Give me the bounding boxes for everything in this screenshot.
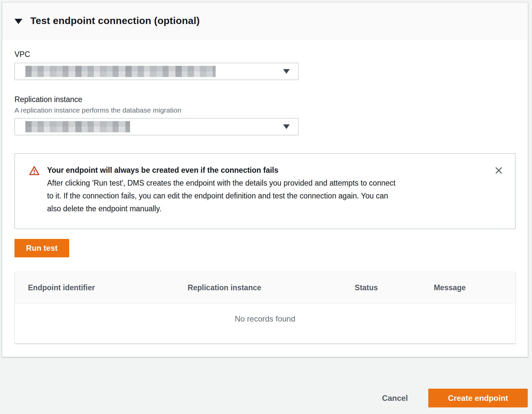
column-header-replication-instance: Replication instance (174, 283, 342, 292)
warning-alert-body-line: to it. If the connection fails, you can … (47, 190, 485, 202)
replication-instance-label: Replication instance (14, 95, 516, 104)
warning-triangle-icon (29, 165, 40, 178)
replication-instance-select[interactable] (14, 118, 299, 135)
collapse-triangle-icon (14, 19, 22, 24)
warning-alert: Your endpoint will always be created eve… (14, 153, 516, 229)
form-footer-actions: Cancel Create endpoint (382, 389, 528, 407)
column-header-endpoint-identifier: Endpoint identifier (15, 283, 174, 292)
column-header-message: Message (421, 283, 515, 292)
cancel-button[interactable]: Cancel (382, 394, 408, 403)
warning-alert-title: Your endpoint will always be created eve… (47, 164, 485, 177)
run-test-button[interactable]: Run test (14, 239, 69, 257)
chevron-down-icon (283, 124, 290, 129)
close-icon[interactable] (493, 165, 505, 176)
section-body: VPC Replication instance A replication i… (2, 39, 528, 357)
create-endpoint-button[interactable]: Create endpoint (428, 389, 528, 407)
warning-alert-text: Your endpoint will always be created eve… (47, 164, 485, 215)
table-header-row: Endpoint identifier Replication instance… (15, 272, 515, 304)
vpc-select[interactable] (14, 63, 299, 80)
table-empty-state: No records found (15, 304, 515, 343)
replication-instance-redacted-value (25, 121, 130, 132)
vpc-label: VPC (14, 50, 516, 59)
section-header-test-endpoint-connection[interactable]: Test endpoint connection (optional) (2, 3, 528, 39)
chevron-down-icon (283, 69, 290, 74)
replication-instance-description: A replication instance performs the data… (14, 106, 516, 114)
warning-alert-body-line: also delete the endpoint manually. (47, 202, 485, 215)
vpc-field: VPC (14, 50, 516, 80)
test-endpoint-connection-panel: Test endpoint connection (optional) VPC … (2, 2, 528, 357)
connection-results-table: Endpoint identifier Replication instance… (14, 272, 516, 344)
section-title: Test endpoint connection (optional) (30, 15, 200, 26)
column-header-status: Status (342, 283, 421, 292)
replication-instance-field: Replication instance A replication insta… (14, 95, 516, 135)
warning-alert-body-line: After clicking 'Run test', DMS creates t… (47, 177, 485, 190)
vpc-redacted-value (25, 66, 216, 77)
